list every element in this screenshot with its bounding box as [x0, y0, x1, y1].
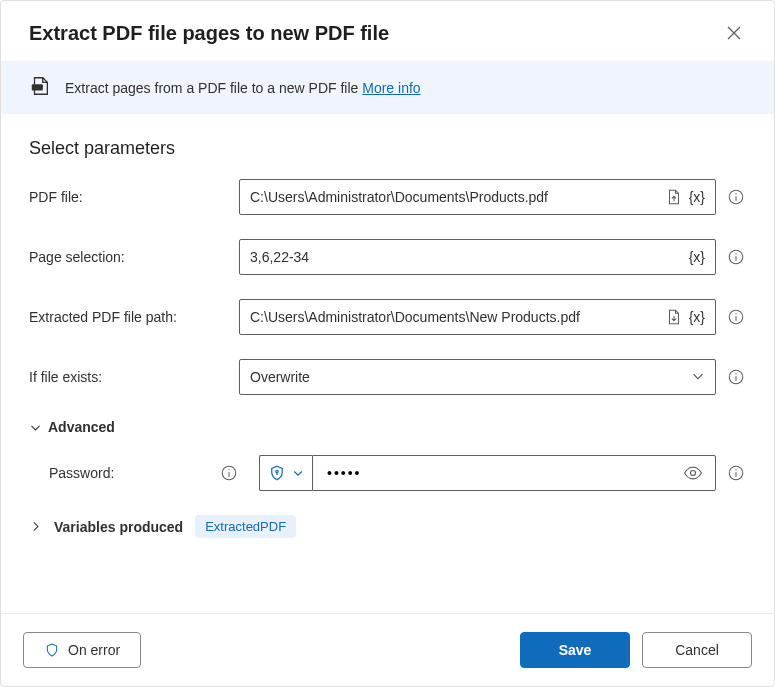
chevron-down-icon: [292, 467, 304, 479]
svg-text:PDF: PDF: [34, 85, 43, 90]
chevron-down-icon: [691, 369, 705, 386]
info-icon-if-exists[interactable]: [726, 367, 746, 387]
shield-icon: [268, 464, 286, 482]
dialog-title: Extract PDF file pages to new PDF file: [29, 22, 389, 45]
label-pdf-file: PDF file:: [29, 189, 229, 205]
row-pdf-file: PDF file: {x}: [29, 179, 746, 215]
info-icon-password-right[interactable]: [726, 463, 746, 483]
label-password: Password:: [49, 465, 209, 481]
svg-point-4: [735, 193, 736, 194]
svg-point-13: [735, 373, 736, 374]
input-password-wrap: [312, 455, 716, 491]
file-picker-icon[interactable]: [661, 188, 687, 206]
info-icon-password-left[interactable]: [219, 463, 239, 483]
close-icon: [726, 25, 742, 41]
info-icon-pdf-file[interactable]: [726, 187, 746, 207]
pdf-badge-icon: PDF: [29, 75, 51, 100]
row-page-selection: Page selection: {x}: [29, 239, 746, 275]
input-password[interactable]: [327, 465, 679, 481]
section-title: Select parameters: [29, 138, 746, 159]
row-if-exists: If file exists: Overwrite: [29, 359, 746, 395]
label-page-selection: Page selection:: [29, 249, 229, 265]
input-page-selection[interactable]: [250, 249, 687, 265]
password-mode-selector[interactable]: [259, 455, 312, 491]
info-icon-extracted-path[interactable]: [726, 307, 746, 327]
info-banner: PDF Extract pages from a PDF file to a n…: [1, 61, 774, 114]
label-if-exists: If file exists:: [29, 369, 229, 385]
eye-icon[interactable]: [679, 463, 707, 483]
cancel-button[interactable]: Cancel: [642, 632, 752, 668]
dialog-header: Extract PDF file pages to new PDF file: [1, 1, 774, 61]
shield-outline-icon: [44, 642, 60, 658]
input-extracted-path[interactable]: [250, 309, 661, 325]
content-area: Select parameters PDF file: {x} Page sel…: [1, 114, 774, 613]
save-button[interactable]: Save: [520, 632, 630, 668]
svg-point-18: [691, 471, 696, 476]
row-extracted-path: Extracted PDF file path: {x}: [29, 299, 746, 335]
input-extracted-path-wrap: {x}: [239, 299, 716, 335]
file-save-icon[interactable]: [661, 308, 687, 326]
banner-text: Extract pages from a PDF file to a new P…: [65, 80, 421, 96]
close-button[interactable]: [722, 21, 746, 45]
advanced-label: Advanced: [48, 419, 115, 435]
variables-produced-row[interactable]: Variables produced ExtractedPDF: [29, 515, 746, 538]
dialog-footer: On error Save Cancel: [1, 613, 774, 686]
row-password: Password:: [29, 455, 746, 491]
variable-badge-extractedpdf[interactable]: ExtractedPDF: [195, 515, 296, 538]
input-pdf-file-wrap: {x}: [239, 179, 716, 215]
variable-token-page-selection[interactable]: {x}: [687, 249, 707, 265]
svg-point-7: [735, 253, 736, 254]
input-page-selection-wrap: {x}: [239, 239, 716, 275]
select-if-exists-value: Overwrite: [250, 369, 310, 385]
svg-point-21: [735, 469, 736, 470]
chevron-right-icon: [29, 520, 42, 533]
chevron-down-icon: [29, 421, 42, 434]
info-icon-page-selection[interactable]: [726, 247, 746, 267]
select-if-exists[interactable]: Overwrite: [239, 359, 716, 395]
on-error-button[interactable]: On error: [23, 632, 141, 668]
svg-point-10: [735, 313, 736, 314]
advanced-expander[interactable]: Advanced: [29, 419, 746, 435]
variables-produced-label: Variables produced: [54, 519, 183, 535]
variable-token-extracted-path[interactable]: {x}: [687, 309, 707, 325]
svg-point-16: [228, 469, 229, 470]
variable-token-pdf-file[interactable]: {x}: [687, 189, 707, 205]
svg-point-17: [276, 470, 278, 472]
input-pdf-file[interactable]: [250, 189, 661, 205]
label-extracted-path: Extracted PDF file path:: [29, 309, 229, 325]
more-info-link[interactable]: More info: [362, 80, 420, 96]
